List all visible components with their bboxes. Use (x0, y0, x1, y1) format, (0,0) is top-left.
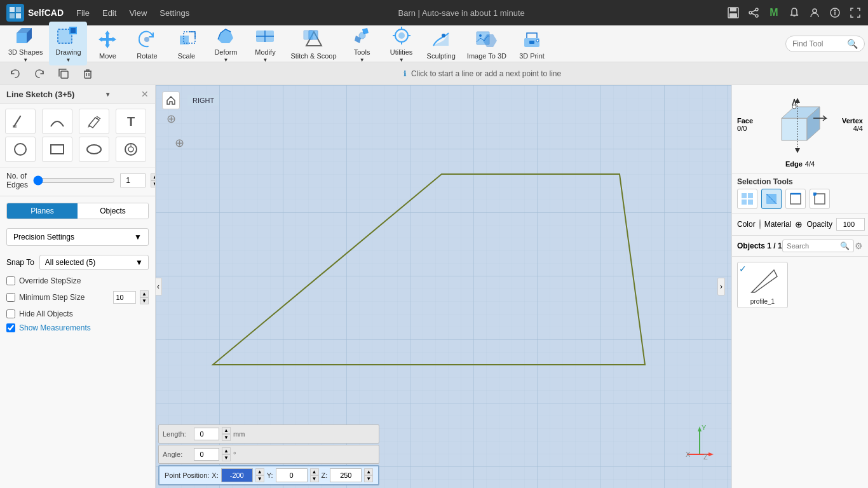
select-vertex-icon[interactable] (810, 189, 830, 209)
tool-drawing[interactable]: Drawing ▼ (49, 22, 87, 65)
tool-image-to-3d[interactable]: Image To 3D (462, 25, 512, 62)
draw-tool-circle[interactable] (5, 137, 36, 162)
bell-icon[interactable] (788, 6, 801, 19)
stitch-scoop-icon (302, 28, 325, 51)
tool-tools[interactable]: Tools ▼ (343, 22, 381, 65)
cube-preview[interactable] (759, 93, 836, 156)
search-input[interactable] (787, 242, 837, 250)
x-input[interactable]: -200 (221, 468, 253, 482)
menu-settings[interactable]: Settings (153, 6, 196, 20)
info-icon[interactable] (829, 6, 841, 19)
precision-settings-select[interactable]: Precision Settings ▼ (6, 228, 149, 246)
draw-tool-rect[interactable] (42, 137, 72, 162)
delete-button[interactable] (79, 65, 97, 83)
home-nav-button[interactable] (162, 92, 180, 109)
compass-icon[interactable]: ⊕ (175, 136, 184, 150)
color-swatch[interactable] (759, 219, 761, 229)
draw-tool-ellipse[interactable] (79, 137, 109, 162)
fullscreen-icon[interactable] (849, 6, 862, 19)
canvas-area[interactable]: ⊕ › ‹ RIGHT ⊕ Y Z X (156, 85, 731, 488)
collapse-left-button[interactable]: ‹ (156, 278, 162, 295)
find-tool[interactable]: 🔍 (785, 36, 865, 52)
hide-objects-checkbox[interactable] (6, 309, 15, 318)
angle-up[interactable]: ▲ (222, 447, 231, 454)
copy-button[interactable] (55, 65, 72, 83)
left-panel: Line Sketch (3+5) ▼ ✕ (0, 85, 156, 488)
angle-down[interactable]: ▼ (222, 454, 231, 461)
svg-rect-49 (51, 145, 64, 154)
tool-rotate[interactable]: Rotate (128, 25, 166, 62)
sketch-dropdown-arrow[interactable]: ▼ (105, 91, 111, 98)
edges-down[interactable]: ▼ (151, 180, 156, 187)
tool-utilities-label: Utilities (390, 48, 412, 56)
x-down[interactable]: ▼ (255, 475, 264, 482)
edges-input[interactable]: 1 (120, 173, 146, 187)
object-item-profile1[interactable]: ✓ profile_1 (737, 262, 788, 308)
sketch-close-button[interactable]: ✕ (141, 89, 149, 99)
user-icon[interactable] (808, 6, 821, 19)
save-icon[interactable] (727, 6, 740, 19)
menu-file[interactable]: File (70, 6, 96, 20)
collapse-right-button[interactable]: › (717, 278, 725, 295)
redo-button[interactable] (31, 65, 48, 83)
tool-utilities[interactable]: Utilities ▼ (383, 22, 421, 65)
selection-tools-section: Selection Tools (732, 173, 868, 214)
tool-scale[interactable]: Scale (167, 25, 205, 62)
select-all-icon[interactable] (737, 189, 757, 209)
draw-tool-text[interactable]: T (116, 109, 146, 134)
svg-rect-41 (61, 71, 68, 78)
y-input[interactable]: 0 (276, 468, 308, 482)
z-down[interactable]: ▼ (364, 475, 373, 482)
z-up[interactable]: ▲ (364, 468, 373, 475)
undo-button[interactable] (6, 65, 24, 83)
find-tool-input[interactable] (792, 39, 843, 48)
snap-to-select[interactable]: All selected (5) ▼ (39, 255, 149, 270)
min-step-up[interactable]: ▲ (140, 290, 149, 297)
draw-tool-radial[interactable] (116, 137, 146, 162)
menu-view[interactable]: View (123, 6, 153, 20)
override-stepsize-checkbox[interactable] (6, 276, 15, 285)
min-step-input[interactable]: 10 (113, 291, 136, 304)
min-step-down[interactable]: ▼ (140, 297, 149, 304)
min-step-checkbox[interactable] (6, 293, 15, 302)
tool-deform[interactable]: Deform ▼ (207, 22, 245, 65)
share-icon[interactable] (747, 6, 760, 19)
snap-select-container: All selected (5) ▼ (39, 255, 149, 270)
y-up[interactable]: ▲ (310, 468, 319, 475)
menu-edit[interactable]: Edit (96, 6, 123, 20)
expand-down-icon[interactable]: ⊕ (162, 112, 180, 126)
axis-indicator: Y Z X (681, 423, 719, 463)
drawing-icon (57, 24, 79, 47)
length-down[interactable]: ▼ (222, 434, 231, 441)
modify-arrow: ▼ (262, 57, 268, 63)
override-stepsize-label: Override StepSize (19, 276, 81, 285)
opacity-input[interactable]: 100 (836, 218, 865, 231)
material-icon[interactable]: ⊕ (795, 219, 803, 229)
m-icon[interactable]: M (768, 6, 780, 19)
edges-slider[interactable] (33, 175, 115, 186)
tool-stitch-scoop[interactable]: Stitch & Scoop (285, 25, 341, 62)
edges-up[interactable]: ▲ (151, 173, 156, 180)
y-down[interactable]: ▼ (310, 475, 319, 482)
tool-modify[interactable]: Modify ▼ (246, 22, 284, 65)
draw-tool-pen[interactable] (79, 109, 109, 134)
length-input[interactable]: 0 (194, 428, 219, 440)
tool-3d-shapes[interactable]: 3D Shapes ▼ (3, 22, 48, 65)
draw-tool-curve[interactable] (42, 109, 72, 134)
tool-sculpting[interactable]: Sculpting (422, 25, 461, 62)
select-edge-icon[interactable] (785, 189, 806, 209)
x-spinners: ▲ ▼ (255, 468, 264, 482)
planes-button[interactable]: Planes (7, 203, 78, 219)
gear-icon[interactable]: ⚙ (855, 241, 863, 251)
objects-button[interactable]: Objects (78, 203, 148, 219)
angle-input[interactable]: 0 (194, 448, 219, 461)
color-label: Color (737, 220, 756, 229)
tool-3d-print[interactable]: 3D Print (513, 25, 551, 62)
tool-move[interactable]: Move (88, 25, 126, 62)
select-object-icon[interactable] (761, 189, 782, 209)
length-up[interactable]: ▲ (222, 427, 231, 434)
x-up[interactable]: ▲ (255, 468, 264, 475)
show-measurements-checkbox[interactable] (6, 323, 15, 332)
draw-tool-line[interactable] (5, 109, 36, 134)
z-input[interactable]: 250 (330, 468, 362, 482)
